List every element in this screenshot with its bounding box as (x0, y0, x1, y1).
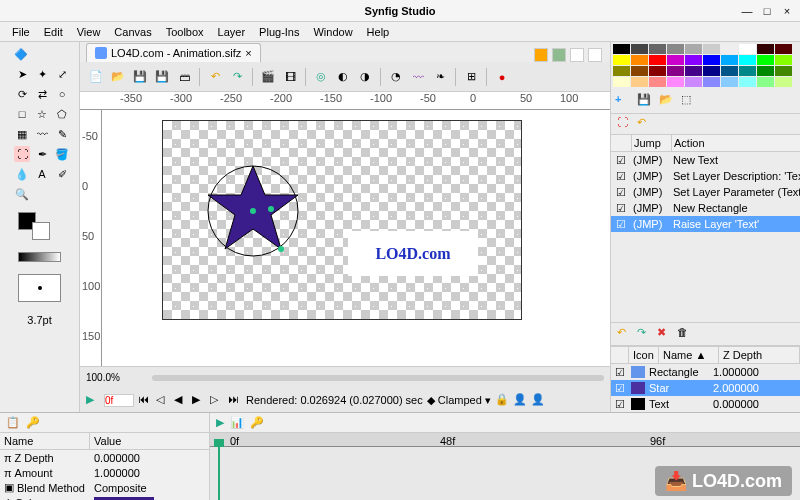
palette-swatch[interactable] (631, 55, 648, 65)
palette-swatch[interactable] (631, 77, 648, 87)
scale-tool[interactable]: ⤢ (54, 66, 70, 82)
palette-swatch[interactable] (739, 66, 756, 76)
keyframe-icon[interactable]: ▶ (86, 393, 100, 407)
onion-past-button[interactable]: ◐ (333, 67, 353, 87)
transform-tool[interactable]: ➤ (14, 66, 30, 82)
load-palette-icon[interactable]: 📂 (659, 93, 675, 109)
menu-file[interactable]: File (6, 24, 36, 40)
frame-input[interactable] (104, 394, 134, 407)
interpolation-dropdown[interactable]: ◆ Clamped ▾ (427, 394, 491, 407)
palette-swatch[interactable] (703, 44, 720, 54)
history-row[interactable]: ☑(JMP)Raise Layer 'Text' (611, 216, 800, 232)
grid-button[interactable]: ⊞ (461, 67, 481, 87)
star-tool[interactable]: ☆ (34, 106, 50, 122)
panel-ic-4[interactable] (588, 48, 602, 62)
palette-swatch[interactable] (613, 44, 630, 54)
menu-layer[interactable]: Layer (212, 24, 252, 40)
palette-swatch[interactable] (649, 55, 666, 65)
palette-swatch[interactable] (649, 44, 666, 54)
palette-swatch[interactable] (667, 77, 684, 87)
palette-swatch[interactable] (613, 55, 630, 65)
param-row[interactable]: ▣Blend MethodComposite (0, 480, 209, 495)
palette-swatch[interactable] (703, 55, 720, 65)
palette-swatch[interactable] (775, 44, 792, 54)
hist-redo-icon[interactable]: ↷ (637, 326, 653, 342)
draw-tool[interactable]: ✎ (54, 126, 70, 142)
menu-toolbox[interactable]: Toolbox (160, 24, 210, 40)
handles-button[interactable]: ❧ (430, 67, 450, 87)
palette-swatch[interactable] (757, 66, 774, 76)
play-icon[interactable]: ▶ (192, 393, 206, 407)
palette-swatch[interactable] (613, 77, 630, 87)
palette-swatch[interactable] (721, 44, 738, 54)
canvas-text-layer[interactable]: LO4D.com (348, 231, 478, 276)
preview-button[interactable]: 🎞 (280, 67, 300, 87)
timeline-ruler[interactable]: 0f48f96f (210, 433, 800, 447)
palette-swatch[interactable] (649, 66, 666, 76)
saveas-button[interactable]: 💾 (152, 67, 172, 87)
hist-undo-icon[interactable]: ↶ (617, 326, 633, 342)
hist-clear-undo-icon[interactable]: ✖ (657, 326, 673, 342)
history-row[interactable]: ☑(JMP)Set Layer Parameter (Text):Origin (611, 184, 800, 200)
history-row[interactable]: ☑(JMP)New Rectangle (611, 200, 800, 216)
palette-swatch[interactable] (685, 55, 702, 65)
undo-button[interactable]: ↶ (205, 67, 225, 87)
maximize-button[interactable]: □ (760, 4, 774, 18)
palette-swatch[interactable] (613, 66, 630, 76)
menu-edit[interactable]: Edit (38, 24, 69, 40)
zoom-level[interactable]: 100.0% (86, 372, 146, 383)
cutout-tool[interactable]: ⛶ (14, 146, 30, 162)
menu-plug-ins[interactable]: Plug-Ins (253, 24, 305, 40)
tab-close-icon[interactable]: × (245, 47, 251, 59)
seek-last-icon[interactable]: ⏭ (228, 393, 242, 407)
hist-clear-redo-icon[interactable]: 🗑 (677, 326, 693, 342)
panel-ic-2[interactable] (552, 48, 566, 62)
param-row[interactable]: πAmount1.000000 (0, 465, 209, 480)
seek-prev-icon[interactable]: ◁ (156, 393, 170, 407)
palette-swatch[interactable] (775, 66, 792, 76)
canvas[interactable]: LO4D.com (102, 110, 610, 366)
palette-swatch[interactable] (649, 77, 666, 87)
play-reverse-icon[interactable]: ◀ (174, 393, 188, 407)
onion-button[interactable]: ◎ (311, 67, 331, 87)
param-row[interactable]: πZ Depth0.000000 (0, 450, 209, 465)
layer-row[interactable]: ☑Text0.000000 (611, 396, 800, 412)
palette-swatch[interactable] (703, 66, 720, 76)
smooth-tool[interactable]: ✦ (34, 66, 50, 82)
history-row[interactable]: ☑(JMP)Set Layer Description: 'Text' -> '… (611, 168, 800, 184)
layer-row[interactable]: ☑Rectangle1.000000 (611, 364, 800, 380)
record-button[interactable]: ● (492, 67, 512, 87)
animate-mode-icon[interactable]: 🔒 (495, 393, 509, 407)
add-color-icon[interactable]: + (615, 93, 631, 109)
panel-ic-3[interactable] (570, 48, 584, 62)
seek-first-icon[interactable]: ⏮ (138, 393, 152, 407)
palette-swatch[interactable] (631, 44, 648, 54)
fill-tool[interactable]: 🪣 (54, 146, 70, 162)
palette-swatch[interactable] (721, 55, 738, 65)
palette-swatch[interactable] (685, 66, 702, 76)
minimize-button[interactable]: — (740, 4, 754, 18)
zoom-tool[interactable]: 🔍 (14, 186, 30, 202)
palette-swatch[interactable] (739, 77, 756, 87)
save-palette-icon[interactable]: 💾 (637, 93, 653, 109)
document-tab[interactable]: LO4D.com - Animation.sifz × (86, 43, 261, 62)
history-row[interactable]: ☑(JMP)New Text (611, 152, 800, 168)
panel-ic-1[interactable] (534, 48, 548, 62)
history-tab-icon[interactable]: ⛶ (617, 116, 633, 132)
palette-swatch[interactable] (667, 66, 684, 76)
menu-view[interactable]: View (71, 24, 107, 40)
keyframes-tab-icon[interactable]: 🔑 (250, 416, 264, 429)
palette-swatch[interactable] (757, 44, 774, 54)
spline-tool[interactable]: 〰 (34, 126, 50, 142)
undo-tab-icon[interactable]: ↶ (637, 116, 653, 132)
palette-swatch[interactable] (775, 55, 792, 65)
zoom-slider[interactable] (152, 375, 604, 381)
onion-future-button[interactable]: ◑ (355, 67, 375, 87)
palette-swatch[interactable] (685, 77, 702, 87)
palette-swatch[interactable] (667, 55, 684, 65)
background-color[interactable] (32, 222, 50, 240)
star-shape[interactable] (193, 151, 313, 271)
text-tool[interactable]: A (34, 166, 50, 182)
palette-swatch[interactable] (739, 44, 756, 54)
default-palette-icon[interactable]: ⬚ (681, 93, 697, 109)
